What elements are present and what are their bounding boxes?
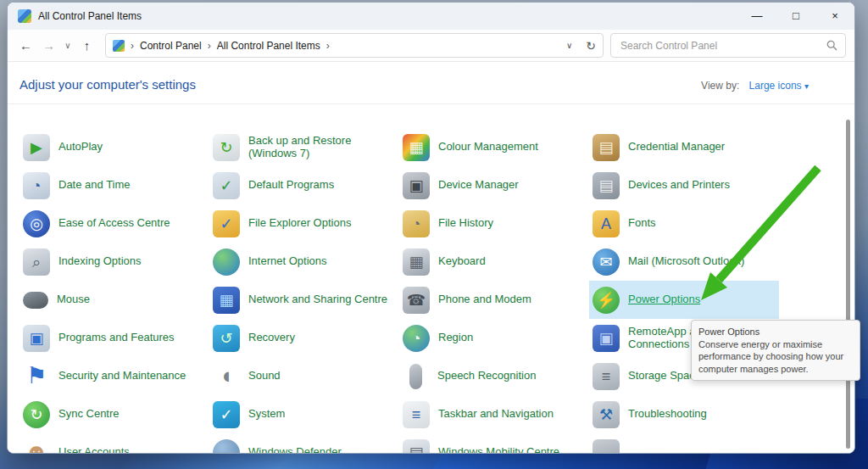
breadcrumb-control-panel[interactable]: Control Panel bbox=[140, 40, 202, 52]
item-label: Taskbar and Navigation bbox=[438, 408, 554, 421]
item-ease-of-access[interactable]: ◎Ease of Access Centre bbox=[19, 204, 209, 243]
mouse-icon bbox=[23, 292, 48, 309]
programs-features-icon: ▣ bbox=[23, 325, 50, 352]
up-icon[interactable]: ↑ bbox=[75, 38, 98, 53]
keyboard-icon: ▦ bbox=[403, 248, 430, 276]
item-label: AutoPlay bbox=[58, 141, 103, 154]
back-icon[interactable]: ← bbox=[14, 38, 37, 53]
item-label: Programs and Features bbox=[58, 332, 175, 344]
indexing-options-icon: ⌕ bbox=[23, 248, 50, 276]
user-accounts-icon: ☻ bbox=[23, 439, 50, 455]
item-recovery[interactable]: ↺Recovery bbox=[209, 319, 399, 357]
control-panel-items-grid: ▶AutoPlay↻Back up and Restore (Windows 7… bbox=[19, 128, 779, 454]
item-phone-modem[interactable]: ☎Phone and Modem bbox=[399, 281, 589, 319]
item-label: Default Programs bbox=[248, 179, 334, 192]
item-devices-printers[interactable]: ▤Devices and Printers bbox=[589, 166, 779, 204]
item-system[interactable]: ✓System bbox=[209, 395, 399, 433]
item-label: Keyboard bbox=[438, 255, 486, 268]
item-label: File History bbox=[438, 217, 493, 230]
forward-icon: → bbox=[37, 38, 60, 53]
item-region[interactable]: ◔Region bbox=[399, 319, 589, 357]
item-label: Recovery bbox=[248, 332, 295, 344]
item-label: Phone and Modem bbox=[438, 293, 531, 306]
item-fonts[interactable]: AFonts bbox=[589, 204, 779, 243]
breadcrumb-chevron-icon[interactable]: › bbox=[326, 40, 330, 52]
search-box[interactable] bbox=[610, 33, 846, 58]
address-bar[interactable]: › Control Panel › All Control Panel Item… bbox=[105, 33, 604, 58]
item-programs-features[interactable]: ▣Programs and Features bbox=[19, 319, 209, 357]
control-panel-crumb-icon[interactable] bbox=[113, 40, 125, 52]
item-device-manager[interactable]: ▣Device Manager bbox=[399, 166, 589, 204]
search-input[interactable] bbox=[619, 39, 826, 53]
item-colour-management[interactable]: ▦Colour Management bbox=[399, 128, 589, 166]
remoteapp-icon: ▣ bbox=[593, 325, 620, 352]
content-area: Adjust your computer's settings View by:… bbox=[8, 62, 854, 453]
ease-of-access-icon: ◎ bbox=[23, 210, 50, 237]
item-label: Device Manager bbox=[438, 179, 519, 192]
breadcrumb-chevron-icon[interactable]: › bbox=[208, 40, 211, 52]
storage-spaces-icon: ≡ bbox=[593, 363, 620, 390]
control-panel-app-icon bbox=[18, 9, 31, 23]
mail-icon: ✉ bbox=[593, 248, 620, 276]
close-button[interactable]: × bbox=[815, 3, 854, 30]
view-by-value[interactable]: Large icons bbox=[749, 80, 802, 92]
item-date-time[interactable]: ◔Date and Time bbox=[19, 166, 209, 204]
item-security-maintenance[interactable]: ⚑Security and Maintenance bbox=[19, 357, 209, 395]
item-keyboard[interactable]: ▦Keyboard bbox=[399, 243, 589, 281]
item-file-explorer-options[interactable]: ✓File Explorer Options bbox=[209, 204, 399, 243]
item-troubleshooting[interactable]: ⚒Troubleshooting bbox=[589, 395, 779, 433]
tooltip-line: performance by choosing how your bbox=[698, 350, 853, 363]
item-sound[interactable]: ◖Sound bbox=[209, 357, 399, 395]
recovery-icon: ↺ bbox=[213, 325, 240, 352]
item-default-programs[interactable]: ✓Default Programs bbox=[209, 166, 399, 204]
internet-options-icon bbox=[213, 248, 240, 276]
recent-pages-chevron-icon[interactable]: ∨ bbox=[60, 41, 75, 50]
sound-icon: ◖ bbox=[213, 363, 240, 390]
breadcrumb-all-items[interactable]: All Control Panel Items bbox=[217, 40, 320, 52]
date-time-icon: ◔ bbox=[23, 172, 50, 199]
item-file-history[interactable]: ◔File History bbox=[399, 204, 589, 243]
breadcrumb-chevron-icon[interactable]: › bbox=[131, 40, 134, 52]
file-explorer-options-icon: ✓ bbox=[213, 210, 240, 237]
item-power-options[interactable]: ⚡Power Options bbox=[589, 281, 779, 319]
item-network-sharing[interactable]: ▦Network and Sharing Centre bbox=[209, 281, 399, 319]
item-taskbar-navigation[interactable]: ≡Taskbar and Navigation bbox=[399, 395, 589, 433]
item-internet-options[interactable]: Internet Options bbox=[209, 243, 399, 281]
item-credential-manager[interactable]: ▤Credential Manager bbox=[589, 128, 779, 166]
view-by-caret-icon[interactable]: ▾ bbox=[804, 81, 809, 91]
maximize-button[interactable]: □ bbox=[776, 3, 815, 30]
view-by-control[interactable]: View by: Large icons ▾ bbox=[701, 80, 809, 92]
power-options-icon: ⚡ bbox=[593, 287, 620, 314]
item-autoplay[interactable]: ▶AutoPlay bbox=[19, 128, 209, 166]
item-sync-centre[interactable]: ↻Sync Centre bbox=[19, 395, 209, 433]
item-backup-restore[interactable]: ↻Back up and Restore (Windows 7) bbox=[209, 128, 399, 166]
devices-printers-icon: ▤ bbox=[593, 172, 620, 199]
item-user-accounts[interactable]: ☻User Accounts bbox=[19, 433, 209, 454]
item-label: Credential Manager bbox=[628, 141, 725, 154]
minimize-button[interactable]: — bbox=[737, 3, 776, 30]
item-label: Colour Management bbox=[438, 141, 538, 154]
tooltip-title: Power Options bbox=[698, 326, 853, 338]
tooltip-line: computer manages power. bbox=[698, 363, 853, 376]
item-label: Mouse bbox=[57, 293, 90, 306]
item-label: Sync Centre bbox=[58, 408, 120, 421]
item-indexing-options[interactable]: ⌕Indexing Options bbox=[19, 243, 209, 281]
control-panel-window: All Control Panel Items — □ × ← → ∨ ↑ › … bbox=[7, 2, 855, 454]
refresh-icon[interactable]: ↻ bbox=[586, 39, 596, 53]
item-mouse[interactable]: Mouse bbox=[19, 281, 209, 319]
windows-mobility-centre-icon: ▤ bbox=[403, 439, 430, 455]
fonts-icon: A bbox=[593, 210, 620, 237]
region-icon: ◔ bbox=[403, 325, 430, 352]
item-label: Power Options bbox=[628, 293, 700, 306]
vertical-scrollbar[interactable] bbox=[846, 120, 850, 449]
security-maintenance-icon: ⚑ bbox=[23, 363, 50, 390]
item-windows-defender[interactable]: Windows Defender bbox=[209, 433, 399, 454]
network-sharing-icon: ▦ bbox=[213, 287, 240, 314]
item-windows-tools[interactable] bbox=[589, 433, 779, 454]
address-dropdown-icon[interactable]: ∨ bbox=[566, 41, 572, 50]
item-label: Security and Maintenance bbox=[58, 370, 186, 382]
item-mail[interactable]: ✉Mail (Microsoft Outlook) bbox=[589, 243, 779, 281]
item-speech-recognition[interactable]: Speech Recognition bbox=[399, 357, 589, 395]
header-divider bbox=[8, 103, 854, 104]
item-windows-mobility-centre[interactable]: ▤Windows Mobility Centre bbox=[399, 433, 589, 454]
